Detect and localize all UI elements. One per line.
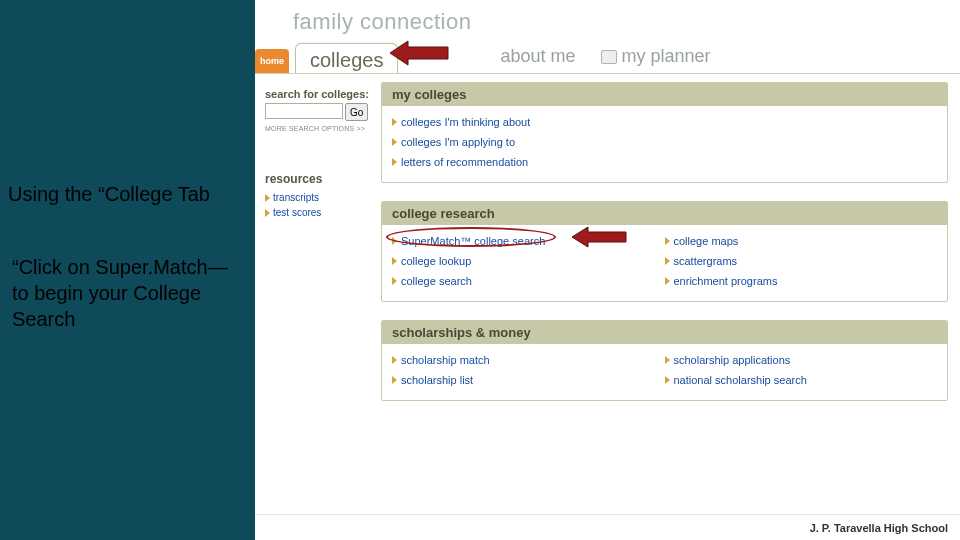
link-label: colleges I'm applying to [401, 136, 515, 148]
panel-scholarships: scholarships & money scholarship match s… [381, 320, 948, 401]
chevron-right-icon [392, 118, 397, 126]
link-enrichment-programs[interactable]: enrichment programs [665, 271, 938, 291]
link-label: national scholarship search [674, 374, 807, 386]
link-label: scholarship match [401, 354, 490, 366]
link-label: enrichment programs [674, 275, 778, 287]
more-search-options-link[interactable]: MORE SEARCH OPTIONS >> [265, 125, 373, 132]
link-scholarship-applications[interactable]: scholarship applications [665, 350, 938, 370]
panel-college-research: college research SuperMatch™ college sea… [381, 201, 948, 302]
link-college-maps[interactable]: college maps [665, 231, 938, 251]
chevron-right-icon [392, 277, 397, 285]
resources-heading: resources [265, 172, 373, 186]
arrow-to-supermatch [572, 225, 628, 249]
link-supermatch[interactable]: SuperMatch™ college search [392, 231, 665, 251]
link-thinking-about[interactable]: colleges I'm thinking about [392, 112, 937, 132]
chevron-right-icon [392, 158, 397, 166]
chevron-right-icon [392, 356, 397, 364]
link-letters-recommendation[interactable]: letters of recommendation [392, 152, 937, 172]
chevron-right-icon [392, 376, 397, 384]
sidebar-link-label: transcripts [273, 192, 319, 203]
sidebar-link-transcripts[interactable]: transcripts [265, 190, 373, 205]
panel-heading: college research [382, 202, 947, 225]
chevron-right-icon [265, 209, 270, 217]
tab-about-me[interactable]: about me [490, 46, 585, 73]
link-national-scholarship-search[interactable]: national scholarship search [665, 370, 938, 390]
svg-marker-0 [390, 41, 448, 65]
planner-icon [601, 50, 617, 64]
search-label: search for colleges: [265, 88, 373, 100]
sidebar-link-test-scores[interactable]: test scores [265, 205, 373, 220]
panel-heading: scholarships & money [382, 321, 947, 344]
link-label: scholarship list [401, 374, 473, 386]
link-label: college maps [674, 235, 739, 247]
instruction-supermatch: “Click on Super.Match— to begin your Col… [12, 254, 228, 332]
link-label: letters of recommendation [401, 156, 528, 168]
tab-my-planner-label: my planner [621, 46, 710, 67]
sidebar: search for colleges: Go MORE SEARCH OPTI… [255, 82, 381, 515]
link-scholarship-list[interactable]: scholarship list [392, 370, 665, 390]
chevron-right-icon [392, 257, 397, 265]
link-college-lookup[interactable]: college lookup [392, 251, 665, 271]
go-button[interactable]: Go [345, 103, 368, 121]
chevron-right-icon [665, 356, 670, 364]
link-scholarship-match[interactable]: scholarship match [392, 350, 665, 370]
tab-home[interactable]: home [255, 49, 289, 73]
link-label: scattergrams [674, 255, 738, 267]
arrow-to-colleges-tab [390, 39, 450, 67]
link-applying-to[interactable]: colleges I'm applying to [392, 132, 937, 152]
chevron-right-icon [665, 277, 670, 285]
chevron-right-icon [265, 194, 270, 202]
link-label: scholarship applications [674, 354, 791, 366]
footer-school-name: J. P. Taravella High School [255, 514, 960, 540]
chevron-right-icon [665, 237, 670, 245]
link-label: colleges I'm thinking about [401, 116, 530, 128]
chevron-right-icon [665, 257, 670, 265]
tabs-row: home colleges about me my planner [255, 37, 960, 73]
chevron-right-icon [392, 237, 397, 245]
search-input[interactable] [265, 103, 343, 119]
instruction-college-tab: Using the “College Tab [8, 183, 210, 206]
svg-marker-1 [572, 227, 626, 247]
sidebar-link-label: test scores [273, 207, 321, 218]
chevron-right-icon [665, 376, 670, 384]
link-college-search[interactable]: college search [392, 271, 665, 291]
link-label: college search [401, 275, 472, 287]
tab-colleges[interactable]: colleges [295, 43, 398, 73]
brand-bar: family connection [255, 0, 960, 35]
chevron-right-icon [392, 138, 397, 146]
panel-heading: my colleges [382, 83, 947, 106]
main-column: my colleges colleges I'm thinking about … [381, 82, 960, 515]
content-area: search for colleges: Go MORE SEARCH OPTI… [255, 73, 960, 515]
link-label: college lookup [401, 255, 471, 267]
link-scattergrams[interactable]: scattergrams [665, 251, 938, 271]
panel-my-colleges: my colleges colleges I'm thinking about … [381, 82, 948, 183]
tab-my-planner[interactable]: my planner [591, 46, 720, 73]
app-window: family connection home colleges about me… [255, 0, 960, 515]
link-label: SuperMatch™ college search [401, 235, 545, 247]
brand-title: family connection [293, 9, 471, 35]
